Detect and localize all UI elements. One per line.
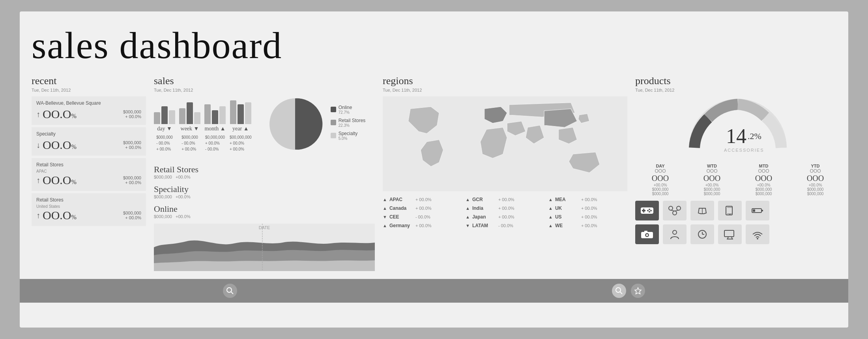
region-we: ▲ WE + 00.0% <box>548 222 627 229</box>
bar-m1 <box>204 104 211 124</box>
metric-label-ytd: YTD <box>790 164 840 168</box>
gauge-main-value: 14 <box>726 125 746 147</box>
card-subtitle-3: United States <box>36 204 141 209</box>
recent-card-3[interactable]: Retail Stores United States ↑ OO.O% $000… <box>32 193 146 226</box>
region-val-cee: - 00.0% <box>415 215 430 219</box>
icon-camera[interactable] <box>635 224 659 244</box>
metric-ytd: YTD OOO OOO +00.0% $000,000 $000,000 <box>790 164 840 196</box>
icon-cable[interactable] <box>663 201 687 220</box>
region-name-latam: LATAM <box>472 223 496 228</box>
region-arrow-mea: ▲ <box>548 197 553 202</box>
product-icons-row2 <box>635 224 840 244</box>
region-name-cee: CEE <box>389 214 413 220</box>
region-name-canada: Canada <box>389 205 413 211</box>
region-val-gcr: + 00.0% <box>498 197 514 202</box>
pie-chart-wrapper: Online 72.7% Retail Stores 22.3% <box>268 96 366 158</box>
card-title-3: Retail Stores <box>36 197 141 203</box>
sales-cat-val-specialty: $000,000 +00.0% <box>154 194 375 199</box>
map-south-america <box>421 140 443 167</box>
icon-battery[interactable] <box>746 201 769 220</box>
map-north-america <box>408 107 439 134</box>
bar-chart-year <box>230 96 251 124</box>
region-val-india: + 00.0% <box>498 206 514 211</box>
legend-dot-online <box>331 107 336 112</box>
icon-wifi[interactable] <box>746 224 769 244</box>
legend-retail: Retail Stores 22.3% <box>331 118 366 128</box>
metric-val-mtd: OOO <box>739 174 789 183</box>
recent-card-2[interactable]: Retail Stores APAC ↑ OO.O% $000,000 + 00… <box>32 158 146 191</box>
region-latam: ▼ LATAM - 00.0% <box>466 222 544 229</box>
pie-specialty <box>269 98 295 150</box>
bar-y2 <box>238 104 244 124</box>
icon-tablet[interactable] <box>718 201 742 220</box>
sales-title: sales <box>154 75 375 87</box>
pie-chart <box>268 96 323 152</box>
metric-chg-ytd: +00.0% <box>790 183 840 187</box>
region-uk: ▲ UK + 00.0% <box>548 205 627 212</box>
bar-chart-month <box>204 96 226 124</box>
legend-pct-online: 72.7% <box>339 110 352 115</box>
card-side1-3: $000,000 <box>123 211 141 215</box>
icon-clock[interactable] <box>690 224 714 244</box>
search-icon-2 <box>615 287 623 295</box>
metric-day: DAY OOO OOO +00.0% $000,000 $000,000 <box>635 164 685 196</box>
world-map-svg <box>383 96 627 191</box>
icon-gaming[interactable] <box>635 201 659 220</box>
bar-chart-day <box>154 96 175 124</box>
star-icon <box>634 287 642 295</box>
region-val-we: + 00.0% <box>581 223 597 228</box>
svg-point-3 <box>649 209 650 210</box>
bottom-search-2[interactable] <box>612 284 626 298</box>
sales-cat-specialty: Speciality $000,000 +00.0% <box>154 184 375 199</box>
map-africa <box>480 127 507 158</box>
metric-chg-mtd: +00.0% <box>739 183 789 187</box>
map-middle-east <box>507 121 526 136</box>
gaming-icon-svg <box>640 205 654 216</box>
svg-line-36 <box>620 292 622 294</box>
metric-label-mtd: MTD <box>739 164 789 168</box>
metric-ooo-day: OOO <box>635 168 685 174</box>
bottom-search-1[interactable] <box>223 284 237 298</box>
products-metrics: DAY OOO OOO +00.0% $000,000 $000,000 WTD… <box>635 164 840 196</box>
recent-card-1[interactable]: Specialty ↓ OO.O% $000,000 + 00.0% <box>32 127 146 156</box>
sales-date: Tue, Dec 11th, 2012 <box>154 88 375 92</box>
svg-line-10 <box>671 210 675 211</box>
sales-cat-val-online: $000,000 +00.0% <box>154 214 375 219</box>
bar-label-year: year ▲ <box>232 126 249 132</box>
recent-title: recent <box>32 75 146 87</box>
metric-amt2-ytd: $000,000 <box>790 192 840 196</box>
card-value-1: OO.O% <box>43 138 77 152</box>
region-name-we: WE <box>555 223 579 228</box>
card-side2-1: + 00.0% <box>123 145 141 150</box>
bar-day: day ▼ $000,000- 00.0%+ 00.0% <box>154 96 175 158</box>
icon-person[interactable] <box>663 224 687 244</box>
region-japan: ▲ Japan + 00.0% <box>466 213 544 220</box>
area-specialty <box>154 260 375 271</box>
metric-label-wtd: WTD <box>687 164 737 168</box>
icon-computer[interactable] <box>718 224 742 244</box>
products-section: products Tue, Dec 11th, 2012 14 <box>635 75 840 271</box>
svg-rect-19 <box>753 209 755 212</box>
svg-marker-37 <box>635 288 641 294</box>
pie-legend: Online 72.7% Retail Stores 22.3% <box>331 105 366 144</box>
tablet-icon-svg <box>723 205 737 216</box>
bottom-star[interactable] <box>631 284 645 298</box>
svg-point-8 <box>677 206 681 210</box>
bar-label-month: month ▲ <box>204 126 225 132</box>
legend-dot-retail <box>331 120 336 125</box>
bar-2 <box>161 106 168 124</box>
region-val-mea: + 00.0% <box>581 197 597 202</box>
person-icon-svg <box>668 229 682 240</box>
legend-pct-specialty: 5.0% <box>339 136 358 141</box>
svg-rect-28 <box>724 230 734 237</box>
region-name-japan: Japan <box>472 214 496 220</box>
bar-year: year ▲ $00,000,000+ 00.0%+ 00.0% <box>230 96 252 158</box>
gauge-svg: 14 .2% ACCESSORIES <box>687 96 789 160</box>
recent-card-0[interactable]: WA-Bellevue, Bellevue Square ↑ OO.O% $00… <box>32 96 146 125</box>
pie-area: Online 72.7% Retail Stores 22.3% <box>268 96 366 152</box>
svg-point-5 <box>649 211 650 213</box>
map-se-asia <box>559 127 577 144</box>
icon-handle[interactable] <box>690 201 714 220</box>
map-japan <box>578 114 589 123</box>
computer-icon-svg <box>723 229 737 240</box>
